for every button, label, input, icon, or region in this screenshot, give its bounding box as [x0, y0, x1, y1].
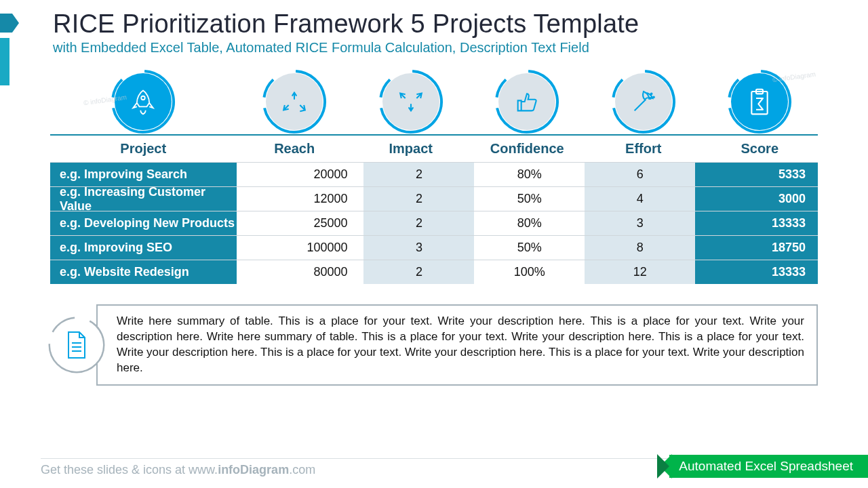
column-header-score: Score: [701, 141, 818, 157]
column-header-reach: Reach: [236, 141, 353, 157]
footer-brand: infoDiagram: [218, 463, 289, 476]
description-text: Write here summary of table. This is a p…: [96, 304, 818, 386]
confidence-cell: 50%: [474, 187, 585, 211]
impact-cell: 3: [363, 236, 474, 260]
table-row: e.g. Improving Search20000280%65333: [50, 162, 818, 186]
effort-cell: 8: [585, 236, 695, 260]
description-section: Write here summary of table. This is a p…: [50, 304, 818, 386]
impact-cell: 2: [363, 211, 474, 235]
column-header-effort: Effort: [585, 141, 702, 157]
project-cell: e.g. Website Redesign: [50, 260, 237, 284]
table-row: e.g. Improving SEO100000350%818750: [50, 235, 818, 260]
arrows-in-icon: [382, 73, 439, 130]
reach-cell: 20000: [237, 163, 364, 186]
column-icon-project: © infoDiagram: [50, 66, 236, 134]
column-header-confidence: Confidence: [469, 141, 585, 157]
score-cell: 3000: [695, 187, 818, 211]
accent-bar: [0, 38, 9, 85]
column-icon-confidence: [469, 66, 585, 134]
svg-point-8: [650, 98, 651, 99]
pickaxe-icon: [615, 73, 672, 130]
footer-prefix: Get these slides & icons at www.: [41, 463, 218, 476]
description-icon-wrap: [47, 316, 106, 374]
impact-cell: 2: [363, 260, 474, 284]
ribbon-label: Automated Excel Spreadsheet: [669, 455, 868, 478]
table-row: e.g. Website Redesign800002100%1213333: [50, 260, 818, 284]
page-title: RICE Prioritization Framework 5 Projects…: [53, 9, 827, 39]
reach-cell: 100000: [237, 236, 364, 260]
svg-point-1: [141, 96, 145, 100]
ribbon-badge: Automated Excel Spreadsheet: [648, 454, 868, 479]
score-cell: 13333: [695, 211, 818, 235]
effort-cell: 6: [585, 163, 695, 186]
impact-cell: 2: [363, 187, 474, 211]
table-row: e.g. Developing New Products25000280%313…: [50, 211, 818, 235]
column-icon-effort: [585, 66, 702, 134]
document-icon: [50, 319, 103, 371]
column-icon-impact: [353, 66, 469, 134]
column-header-project: Project: [50, 141, 236, 157]
rice-table: © infoDiagram© infoDiagram ProjectReachI…: [50, 66, 818, 284]
arrows-out-icon: [266, 73, 323, 130]
confidence-cell: 80%: [474, 211, 585, 235]
reach-cell: 12000: [237, 187, 364, 211]
project-cell: e.g. Improving SEO: [50, 236, 237, 260]
data-rows: e.g. Improving Search20000280%65333e.g. …: [50, 162, 818, 284]
score-cell: 18750: [695, 236, 818, 260]
svg-point-6: [651, 94, 652, 95]
header-separator: [50, 134, 818, 136]
page-subtitle: with Embedded Excel Table, Automated RIC…: [53, 40, 827, 56]
footer-suffix: .com: [289, 463, 315, 476]
thumbs-up-icon: [498, 73, 555, 130]
project-cell: e.g. Improving Search: [50, 163, 237, 186]
rocket-icon: [115, 73, 172, 130]
confidence-cell: 80%: [474, 163, 585, 186]
column-icon-reach: [236, 66, 353, 134]
reach-cell: 25000: [237, 211, 364, 235]
effort-cell: 12: [585, 260, 695, 284]
effort-cell: 3: [585, 211, 695, 235]
project-cell: e.g. Developing New Products: [50, 211, 237, 235]
column-headers-row: ProjectReachImpactConfidenceEffortScore: [50, 134, 818, 162]
corner-tab: [0, 14, 12, 33]
column-header-impact: Impact: [353, 141, 469, 157]
reach-cell: 80000: [237, 260, 364, 284]
table-row: e.g. Increasing Customer Value12000250%4…: [50, 186, 818, 211]
column-icon-score: © infoDiagram: [701, 66, 818, 134]
project-cell: e.g. Increasing Customer Value: [50, 187, 237, 211]
header: RICE Prioritization Framework 5 Projects…: [0, 0, 868, 60]
confidence-cell: 100%: [474, 260, 585, 284]
column-icons-row: © infoDiagram© infoDiagram: [50, 66, 818, 134]
score-cell: 5333: [695, 163, 818, 186]
confidence-cell: 50%: [474, 236, 585, 260]
footer-text: Get these slides & icons at www.infoDiag…: [41, 463, 315, 477]
svg-point-7: [653, 97, 654, 98]
effort-cell: 4: [585, 187, 695, 211]
score-cell: 13333: [695, 260, 818, 284]
ribbon-arrow: [657, 454, 669, 479]
impact-cell: 2: [363, 163, 474, 186]
clipboard-sigma-icon: [731, 73, 788, 130]
